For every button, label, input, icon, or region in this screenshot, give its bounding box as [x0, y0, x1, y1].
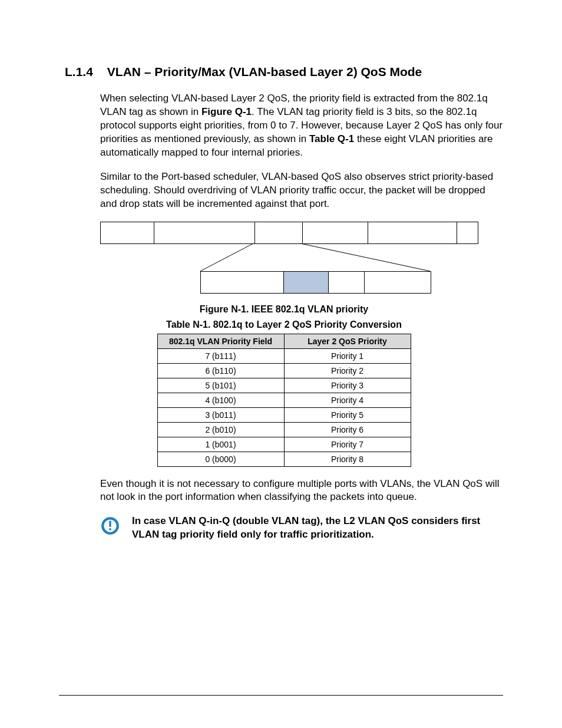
table-header-cell: 802.1q VLAN Priority Field	[157, 334, 284, 348]
document-page: L.1.4 VLAN – Priority/Max (VLAN-based La…	[0, 0, 562, 728]
figure-cell	[457, 222, 478, 243]
svg-rect-3	[109, 521, 111, 527]
table-cell: Priority 8	[284, 452, 411, 466]
paragraph-2: Similar to the Port-based scheduler, VLA…	[100, 170, 503, 211]
section-title: VLAN – Priority/Max (VLAN-based Layer 2)…	[107, 65, 422, 79]
table-row: 0 (b000)Priority 8	[157, 452, 411, 466]
table-header-cell: Layer 2 QoS Priority	[284, 334, 411, 348]
table-row: 6 (b110)Priority 2	[157, 363, 411, 378]
figure-top-row	[100, 222, 478, 244]
body-content: Even though it is not necessary to confi…	[100, 477, 503, 505]
table-cell: 4 (b100)	[157, 393, 284, 407]
table-cell: 6 (b110)	[157, 363, 284, 378]
note-text: In case VLAN Q-in-Q (double VLAN tag), t…	[132, 515, 503, 542]
table-cell: 3 (b011)	[157, 407, 284, 422]
table-cell: Priority 1	[284, 348, 411, 363]
section-heading: L.1.4 VLAN – Priority/Max (VLAN-based La…	[65, 65, 503, 79]
figure-cell	[255, 222, 303, 243]
svg-rect-4	[109, 529, 111, 531]
table-cell: Priority 4	[284, 393, 411, 407]
priority-conversion-table: 802.1q VLAN Priority Field Layer 2 QoS P…	[157, 334, 411, 467]
table-row: 1 (b001)Priority 7	[157, 437, 411, 452]
table-cell: Priority 3	[284, 378, 411, 393]
table-row: 4 (b100)Priority 4	[157, 393, 411, 407]
body-content: When selecting VLAN-based Layer 2 QoS, t…	[100, 92, 503, 211]
table-cell: Priority 7	[284, 437, 411, 452]
figure-cell	[365, 272, 431, 293]
svg-line-1	[300, 243, 430, 271]
figure-cell-highlighted	[284, 272, 329, 293]
table-cell: Priority 2	[284, 363, 411, 378]
table-cell: 1 (b001)	[157, 437, 284, 452]
table-row: 3 (b011)Priority 5	[157, 407, 411, 422]
paragraph-1: When selecting VLAN-based Layer 2 QoS, t…	[100, 92, 503, 160]
info-icon	[100, 516, 120, 536]
table-row: 7 (b111)Priority 1	[157, 348, 411, 363]
figure-cell	[201, 272, 284, 293]
table-cell: 2 (b010)	[157, 422, 284, 437]
figure-cell	[154, 222, 255, 243]
figure-caption: Figure N-1. IEEE 802.1q VLAN priority	[65, 304, 503, 315]
table-caption: Table N-1. 802.1q to Layer 2 QoS Priorit…	[65, 319, 503, 330]
figure-cell	[329, 272, 365, 293]
figure-cell	[368, 222, 457, 243]
paragraph-3: Even though it is not necessary to confi…	[100, 477, 503, 505]
svg-line-0	[200, 243, 253, 271]
table-cell: Priority 6	[284, 422, 411, 437]
section-number: L.1.4	[65, 65, 93, 79]
table-cell: 7 (b111)	[157, 348, 284, 363]
table-cell: 5 (b101)	[157, 378, 284, 393]
figure-cell	[303, 222, 368, 243]
table-cell: 0 (b000)	[157, 452, 284, 466]
figure-bottom-row	[200, 271, 431, 294]
table-header-row: 802.1q VLAN Priority Field Layer 2 QoS P…	[157, 334, 411, 348]
table-row: 5 (b101)Priority 3	[157, 378, 411, 393]
figure-reference: Figure Q-1	[201, 106, 252, 117]
table-reference: Table Q-1	[309, 133, 354, 144]
table-row: 2 (b010)Priority 6	[157, 422, 411, 437]
figure-diagram	[100, 222, 503, 298]
note-block: In case VLAN Q-in-Q (double VLAN tag), t…	[100, 515, 503, 542]
table-cell: Priority 5	[284, 407, 411, 422]
figure-cell	[101, 222, 154, 243]
footer-divider	[59, 695, 503, 696]
